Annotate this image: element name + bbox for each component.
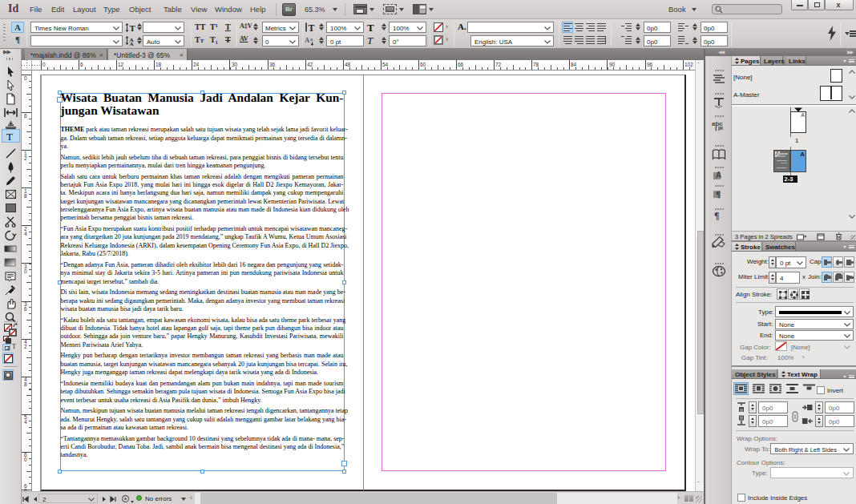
- svg-text:abc: abc: [712, 120, 723, 127]
- svg-text:T: T: [309, 22, 315, 33]
- svg-text:A: A: [130, 41, 134, 46]
- svg-text:a: a: [310, 36, 313, 42]
- svg-text:A: A: [716, 171, 721, 179]
- svg-text:¶: ¶: [716, 189, 721, 199]
- svg-text:A: A: [305, 36, 310, 44]
- svg-text:T: T: [130, 23, 136, 33]
